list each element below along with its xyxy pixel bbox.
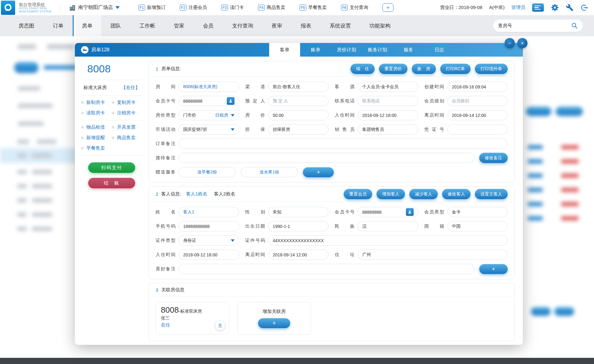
channel-input[interactable]: 前台-散客入住: [268, 82, 329, 92]
add-linked-room-button[interactable]: +: [258, 318, 290, 328]
room-input[interactable]: 8008(标准大床房): [179, 82, 239, 92]
store-selector[interactable]: 南宁朝阳广场店: [69, 4, 120, 11]
add-linked-room-card[interactable]: 增加关联房 +: [237, 302, 311, 335]
shift-panel-icon[interactable]: [532, 3, 544, 12]
sidebar-link-add-reminder[interactable]: 新增提醒: [81, 135, 112, 141]
nav-tab-orders[interactable]: 订单: [44, 15, 73, 36]
preference-remark-input[interactable]: [179, 264, 474, 274]
wrench-icon[interactable]: [566, 4, 574, 11]
booker-input[interactable]: 预 定 人: [268, 96, 329, 106]
nav-tab-night-audit[interactable]: 夜审: [262, 15, 291, 36]
sidebar-link-new-card[interactable]: 新制房卡: [81, 100, 112, 105]
modify-remark-button[interactable]: 修改备注: [479, 153, 508, 163]
minimize-button[interactable]: −: [505, 38, 515, 48]
f1-new-reservation-button[interactable]: F1 新增预订: [138, 5, 166, 11]
add-gift-button[interactable]: +: [303, 167, 334, 177]
print-rc-button[interactable]: 打印RC单: [440, 64, 471, 74]
mobile-input[interactable]: 18888888888: [179, 221, 239, 231]
modal-tab-log[interactable]: 日志: [424, 43, 455, 57]
nav-tab-system-settings[interactable]: 系统设置: [321, 15, 360, 36]
contact-phone-input[interactable]: 联系电话: [358, 96, 418, 106]
checkin-time-input[interactable]: 2018-09-12 18:00: [358, 110, 418, 120]
guarantee-input[interactable]: 担保留房: [268, 124, 329, 135]
reset-rate-button[interactable]: 重置房价: [379, 64, 407, 74]
checkout-button[interactable]: 结 账: [88, 178, 135, 188]
nationality-input[interactable]: 中国: [447, 221, 508, 231]
id-type-select[interactable]: 身份证: [179, 235, 239, 246]
gift-breakfast-chip[interactable]: 送早餐2份: [179, 167, 236, 177]
order-remark-input[interactable]: [179, 139, 508, 149]
guest-name-input[interactable]: 客人1: [179, 207, 239, 217]
checkout-time-input[interactable]: 2018-09-14 12:00: [447, 110, 508, 120]
sidebar-link-goods-sale[interactable]: 商品售卖: [112, 135, 142, 141]
extend-stay-button[interactable]: 续 住: [351, 64, 375, 74]
guest-tab-1[interactable]: 客人1姓名: [186, 191, 207, 197]
sidebar-link-rent-items[interactable]: 物品租借: [81, 124, 112, 130]
reset-member-button[interactable]: 重置会员: [344, 189, 372, 199]
nav-tab-reports[interactable]: 报表: [291, 15, 321, 36]
modify-guest-button[interactable]: 修改客人: [442, 189, 471, 199]
member-profile-icon[interactable]: [227, 97, 235, 105]
f5-breakfast-sale-button[interactable]: F5 早餐售卖: [299, 5, 327, 11]
reception-remark-input[interactable]: [179, 153, 474, 163]
nav-tab-groups[interactable]: 团队: [101, 15, 130, 36]
created-time-input[interactable]: 2018-09-16 09:04: [447, 82, 508, 92]
guest-tab-2[interactable]: 客人2姓名: [214, 191, 235, 197]
sidebar-link-invoice[interactable]: 开具发票: [112, 124, 142, 130]
f4-goods-sale-button[interactable]: F4 商品售卖: [258, 5, 285, 11]
gift-fruit-chip[interactable]: 送水果1份: [241, 167, 298, 177]
room-price-input[interactable]: 50.00: [268, 110, 329, 120]
modal-tab-guest-order[interactable]: 客单: [269, 43, 300, 57]
gender-input[interactable]: 未知: [268, 207, 329, 217]
search-icon[interactable]: [571, 22, 578, 29]
sidebar-link-cancel-card[interactable]: 注销房卡: [112, 110, 142, 116]
change-room-button[interactable]: 换 房: [412, 64, 436, 74]
nav-tab-function-structure[interactable]: 功能架构: [360, 15, 400, 36]
f3-read-door-card-button[interactable]: F3 读门卡: [221, 5, 244, 11]
set-main-guest-button[interactable]: 设置主客人: [475, 189, 508, 199]
add-guest-button[interactable]: 增加客人: [377, 189, 405, 199]
rate-type-select[interactable]: 门市价 日租房: [179, 110, 239, 120]
guest-checkin-input[interactable]: 2018-09-12 18:00: [179, 250, 239, 260]
modal-tab-rate-plan[interactable]: 房价计划: [331, 43, 362, 57]
nav-tab-room-orders[interactable]: 房单: [73, 15, 101, 36]
f2-register-member-button[interactable]: F2 注册会员: [180, 5, 207, 11]
sidebar-link-breakfast-sale[interactable]: 早餐售卖: [81, 145, 112, 151]
print-overseas-button[interactable]: 打印境外单: [475, 64, 508, 74]
room-search-input[interactable]: 查房号: [493, 19, 583, 32]
ethnicity-input[interactable]: 汉: [358, 221, 418, 231]
member-type-input[interactable]: 金卡: [447, 207, 508, 217]
salesperson-input[interactable]: 集团销售员: [358, 124, 418, 135]
modal-tab-account-plan[interactable]: 账务计划: [362, 43, 393, 57]
nav-tab-members[interactable]: 会员: [194, 15, 223, 36]
scan-pay-button[interactable]: 扫码支付: [88, 162, 135, 173]
more-shortcuts-button[interactable]: +: [382, 3, 394, 12]
birthday-input[interactable]: 1990-1-1: [268, 221, 329, 231]
logout-icon[interactable]: [580, 4, 588, 12]
close-button[interactable]: ×: [517, 38, 527, 48]
linked-room-card[interactable]: 8008 -标准双床房 张三 在住 主: [156, 302, 229, 335]
member-profile-icon[interactable]: [406, 208, 414, 216]
modal-tab-bill[interactable]: 账单: [300, 43, 331, 57]
sidebar-link-read-card[interactable]: 读取房卡: [81, 110, 112, 116]
address-input[interactable]: 广州: [358, 250, 508, 260]
add-preference-button[interactable]: +: [479, 264, 508, 274]
remove-guest-button[interactable]: 减少客人: [409, 189, 438, 199]
nav-tab-room-status-map[interactable]: 房态图: [9, 15, 44, 36]
guest-source-input[interactable]: 个人会员-金卡会员: [358, 82, 418, 92]
nav-tab-payment-query[interactable]: 支付查询: [223, 15, 262, 36]
id-number-input[interactable]: 44XXXXXXXXXXXXXXXX: [268, 235, 508, 246]
gear-icon[interactable]: [551, 3, 559, 12]
member-level-input[interactable]: 会员级别: [447, 96, 508, 106]
guest-checkout-input[interactable]: 2018-09-14 12:00: [268, 250, 329, 260]
modal-tab-service[interactable]: 服务: [393, 43, 424, 57]
voucher-no-input[interactable]: [447, 124, 508, 135]
sidebar-link-copy-card[interactable]: 复制房卡: [112, 100, 142, 105]
nav-tab-work-account[interactable]: 工作帐: [130, 15, 165, 36]
guest-member-card-input[interactable]: 88888888: [358, 207, 418, 217]
campaign-select[interactable]: 国庆促销7折: [179, 124, 239, 135]
nav-tab-housekeeping[interactable]: 管家: [165, 15, 194, 36]
user-role-link[interactable]: 管理员: [511, 5, 525, 11]
member-card-input[interactable]: 88888888: [179, 96, 239, 106]
f6-payment-query-button[interactable]: F6 支付查询: [341, 5, 368, 11]
